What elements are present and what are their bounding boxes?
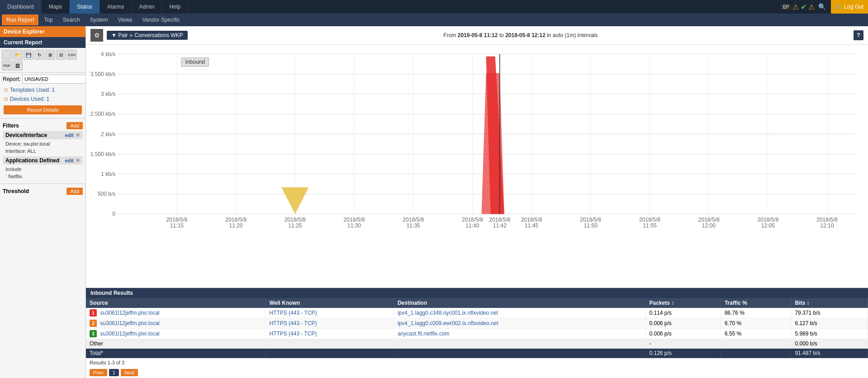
- row3-dest-link[interactable]: anycast.ftl.netflix.com: [398, 331, 450, 337]
- chart-time-info: From 2018-05-8 11:12 to 2018-05-8 12:12 …: [191, 32, 850, 38]
- row2-dest-link[interactable]: ipv4_1.lagg0.c009.ewr002.ix.nflxvideo.ne…: [398, 320, 498, 326]
- add-filter-button[interactable]: Add: [66, 122, 83, 129]
- table-header-row: Source Well Known Destination Packets ↕ …: [86, 298, 868, 308]
- breadcrumb[interactable]: ▼ Pair » Conversations WKP: [107, 31, 188, 40]
- toolbar-csv[interactable]: CSV: [67, 50, 77, 60]
- bullet-icon: ⊙: [4, 87, 8, 93]
- search-icon[interactable]: 🔍: [816, 1, 827, 12]
- table-section-header: Inbound Results: [86, 288, 868, 298]
- next-button[interactable]: Next: [121, 369, 138, 376]
- row3-packets: 0.006 p/s: [645, 329, 721, 339]
- svg-text:1 kb/s: 1 kb/s: [101, 171, 115, 177]
- apps-defined-edit-link[interactable]: edit: [65, 158, 74, 163]
- svg-text:12:10: 12:10: [820, 222, 834, 228]
- apps-defined-close[interactable]: ✕: [76, 157, 80, 164]
- sidebar-toolbar: ⬜ 📂 💾 ↻ ⊞ ⊟ CSV PDF 🖼: [0, 48, 85, 73]
- nav-vendor-specific[interactable]: Vendor Specific: [138, 14, 185, 25]
- row2-source-link[interactable]: su3061l12jeffm.plxr.local: [100, 320, 159, 326]
- breadcrumb-title: Conversations WKP: [134, 32, 183, 38]
- col-source[interactable]: Source: [86, 298, 266, 308]
- report-details-button[interactable]: Report Details: [4, 105, 82, 114]
- nav-views[interactable]: Views: [114, 14, 137, 25]
- row1-dest-link[interactable]: ipv4_1.lagg0.c348.nyc001.ix.nflxvideo.ne…: [398, 310, 498, 316]
- row1-number: 1: [90, 309, 97, 317]
- logout-button[interactable]: 🛒 Log Out: [831, 0, 868, 14]
- row3-traffic: 6.55 %: [721, 329, 791, 339]
- row3-source-link[interactable]: su3061l12jeffm.plxr.local: [100, 331, 159, 337]
- col-packets[interactable]: Packets ↕: [645, 298, 721, 308]
- col-bits[interactable]: Bits ↕: [791, 298, 868, 308]
- prev-button[interactable]: Prev: [90, 369, 107, 376]
- toolbar-new[interactable]: ⬜: [2, 50, 12, 60]
- row2-destination: ipv4_1.lagg0.c009.ewr002.ix.nflxvideo.ne…: [394, 318, 645, 329]
- apps-defined-filter-header: Applications Defined edit ✕: [3, 156, 83, 165]
- total-packets: 0.126 p/s: [645, 349, 721, 358]
- templates-used-link[interactable]: ⊙ Templates Used: 1: [0, 85, 85, 94]
- nav-top[interactable]: Top: [39, 14, 57, 25]
- netflix-value: : Netflix: [3, 173, 83, 180]
- total-wellknown: [266, 349, 394, 358]
- col-well-known[interactable]: Well Known: [266, 298, 394, 308]
- row1-wellknown-link[interactable]: HTTPS (443 - TCP): [269, 310, 317, 316]
- device-interface-label: Device/Interface: [5, 132, 47, 138]
- toolbar-img[interactable]: 🖼: [13, 61, 23, 71]
- total-label: Total*: [86, 349, 266, 358]
- nav-status[interactable]: Status: [70, 0, 100, 14]
- toolbar-refresh[interactable]: ↻: [34, 50, 44, 60]
- toolbar-save[interactable]: 💾: [24, 50, 33, 60]
- svg-text:3.500 kb/s: 3.500 kb/s: [90, 71, 115, 77]
- svg-text:11:42: 11:42: [493, 222, 507, 228]
- nav-alarms[interactable]: Alarms: [100, 0, 132, 14]
- device-interface-edit-link[interactable]: edit: [65, 132, 74, 138]
- toolbar-pdf[interactable]: PDF: [2, 61, 12, 71]
- add-threshold-button[interactable]: Add: [66, 188, 83, 195]
- apps-defined-label: Applications Defined: [5, 157, 59, 164]
- report-label-text: Report:: [3, 76, 20, 82]
- nav-maps[interactable]: Maps: [42, 0, 70, 14]
- interface-value: Interface: ALL: [3, 147, 83, 155]
- other-bits: 0.000 b/s: [791, 339, 868, 349]
- devices-count: 1: [46, 96, 49, 102]
- toolbar-grid[interactable]: ⊞: [45, 50, 55, 60]
- toolbar-open[interactable]: 📂: [13, 50, 23, 60]
- svg-marker-57: [281, 187, 308, 214]
- report-name-input[interactable]: [22, 75, 86, 84]
- row3-bits: 5.989 b/s: [791, 329, 868, 339]
- svg-text:11:35: 11:35: [407, 222, 420, 228]
- chart-area: 4 kb/s 3.500 kb/s 3 kb/s 2.500 kb/s 2 kb…: [86, 45, 868, 288]
- row1-source: 1 su3061l12jeffm.plxr.local: [86, 308, 266, 318]
- svg-text:4 kb/s: 4 kb/s: [101, 51, 115, 57]
- breadcrumb-separator: »: [130, 32, 133, 38]
- svg-text:1.500 kb/s: 1.500 kb/s: [90, 151, 115, 157]
- nav-run-report[interactable]: Run Report: [2, 14, 38, 25]
- toolbar-grid2[interactable]: ⊟: [56, 50, 66, 60]
- help-button[interactable]: ?: [854, 30, 863, 40]
- nav-dashboard[interactable]: Dashboard: [0, 0, 42, 14]
- ok-icon: ✔: [801, 3, 806, 11]
- nav-admin[interactable]: Admin: [132, 0, 162, 14]
- threshold-label: Threshold: [3, 188, 29, 194]
- pagination: Prev 1 Next: [86, 367, 868, 378]
- nav-system[interactable]: System: [85, 14, 113, 25]
- devices-used-link[interactable]: ⊙ Devices Used: 1: [0, 94, 85, 104]
- col-traffic[interactable]: Traffic %: [721, 298, 791, 308]
- nav-search[interactable]: Search: [58, 14, 85, 25]
- row2-wellknown: HTTPS (443 - TCP): [266, 318, 394, 329]
- device-interface-close[interactable]: ✕: [76, 132, 80, 138]
- row1-source-link[interactable]: su3061l12jeffm.plxr.local: [100, 310, 159, 316]
- include-label: Include: [3, 165, 83, 173]
- row2-number: 2: [90, 320, 97, 327]
- row2-wellknown-link[interactable]: HTTPS (443 - TCP): [269, 320, 317, 326]
- svg-text:11:25: 11:25: [288, 222, 302, 228]
- device-explorer-header: Device Explorer: [0, 26, 85, 37]
- nav-help[interactable]: Help: [162, 0, 188, 14]
- time-to: 2018-05-8 12:12: [505, 32, 545, 38]
- filters-label: Filters: [3, 123, 19, 129]
- row3-wellknown-link[interactable]: HTTPS (443 - TCP): [269, 331, 317, 337]
- svg-text:11:55: 11:55: [643, 222, 656, 228]
- gear-icon[interactable]: ⚙: [90, 29, 103, 42]
- col-destination[interactable]: Destination: [394, 298, 645, 308]
- total-row: Total* 0.126 p/s 91.487 b/s: [86, 349, 868, 358]
- svg-text:11:50: 11:50: [584, 222, 598, 228]
- filters-header: Filters Add: [3, 122, 83, 129]
